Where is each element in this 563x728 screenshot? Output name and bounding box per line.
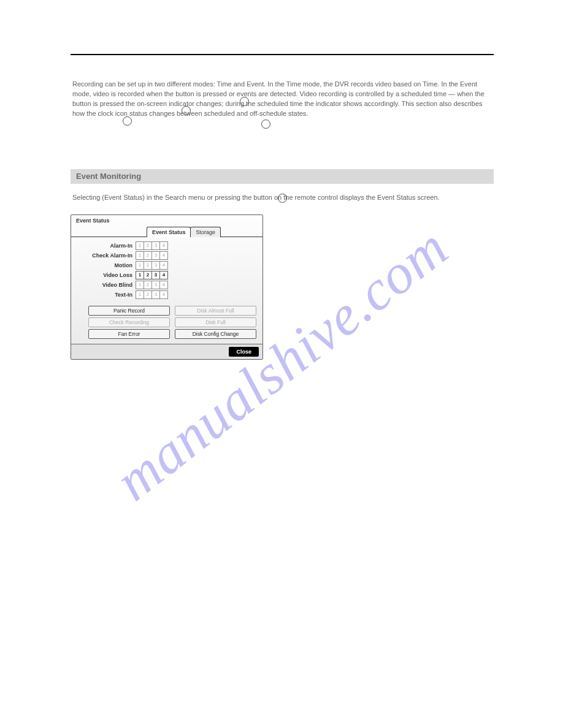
tab-event-status[interactable]: Event Status	[147, 227, 191, 237]
event-rows: Alarm-In1234Check Alarm-In1234Motion1234…	[71, 237, 262, 303]
channel-cell[interactable]: 2	[144, 290, 152, 299]
status-grid: Panic RecordDisk Almost FullCheck Record…	[71, 303, 262, 344]
tab-strip: Event StatusStorage	[71, 225, 262, 237]
status-disk-full[interactable]: Disk Full	[175, 317, 256, 327]
event-row: Alarm-In1234	[77, 241, 256, 251]
channel-cell[interactable]: 2	[144, 281, 152, 289]
row-label: Motion	[77, 262, 136, 268]
status-disk-config-change[interactable]: Disk Config Change	[175, 329, 256, 339]
event-status-dialog: Event Status Event StatusStorage Alarm-I…	[71, 214, 263, 360]
status-fan-error[interactable]: Fan Error	[88, 329, 170, 339]
section-heading: Event Monitoring	[76, 172, 141, 181]
status-disk-almost-full[interactable]: Disk Almost Full	[175, 306, 256, 316]
dialog-title: Event Status	[71, 215, 262, 224]
channel-cell[interactable]: 1	[136, 241, 144, 250]
channel-cell[interactable]: 1	[136, 281, 144, 289]
channel-cell[interactable]: 4	[159, 271, 168, 279]
row-label: Check Alarm-In	[77, 252, 136, 259]
clock-icon	[261, 119, 270, 129]
row-label: Alarm-In	[77, 243, 136, 249]
body-paragraph: Recording can be set up in two different…	[72, 80, 489, 119]
channel-cell[interactable]: 2	[144, 261, 152, 270]
close-button[interactable]: Close	[229, 347, 259, 357]
horizontal-rule	[71, 54, 494, 55]
row-label: Video Blind	[77, 282, 136, 288]
event-row: Motion1234	[77, 260, 256, 270]
tab-storage[interactable]: Storage	[190, 227, 221, 237]
channel-cell[interactable]: 2	[144, 251, 152, 260]
channel-cell[interactable]: 3	[151, 251, 160, 260]
row-label: Video Loss	[77, 272, 136, 278]
status-check-recording[interactable]: Check Recording	[88, 317, 170, 327]
channel-cell[interactable]: 3	[151, 241, 160, 250]
status-panic-record[interactable]: Panic Record	[88, 306, 170, 316]
row-label: Text-In	[77, 292, 136, 298]
event-row: Text-In1234	[77, 290, 256, 300]
channel-cell[interactable]: 4	[159, 290, 168, 299]
body-paragraph: Selecting (Event Status) in the Search m…	[72, 193, 489, 203]
channel-cell[interactable]: 3	[151, 271, 160, 279]
channel-cell[interactable]: 3	[151, 290, 160, 299]
dialog-footer: Close	[71, 344, 262, 359]
channel-cell[interactable]: 4	[159, 281, 168, 289]
channel-cell[interactable]: 4	[159, 251, 168, 260]
event-row: Check Alarm-In1234	[77, 251, 256, 260]
channel-cell[interactable]: 1	[136, 251, 144, 260]
channel-cell[interactable]: 4	[159, 261, 168, 270]
channel-cell[interactable]: 1	[136, 290, 144, 299]
event-row: Video Blind1234	[77, 280, 256, 290]
channel-cell[interactable]: 4	[159, 241, 168, 250]
channel-cell[interactable]: 2	[144, 271, 152, 279]
channel-cell[interactable]: 3	[151, 261, 160, 270]
channel-cell[interactable]: 1	[136, 261, 144, 270]
channel-cell[interactable]: 3	[151, 281, 160, 289]
channel-cell[interactable]: 1	[136, 271, 144, 279]
channel-cell[interactable]: 2	[144, 241, 152, 250]
event-row: Video Loss1234	[77, 270, 256, 280]
